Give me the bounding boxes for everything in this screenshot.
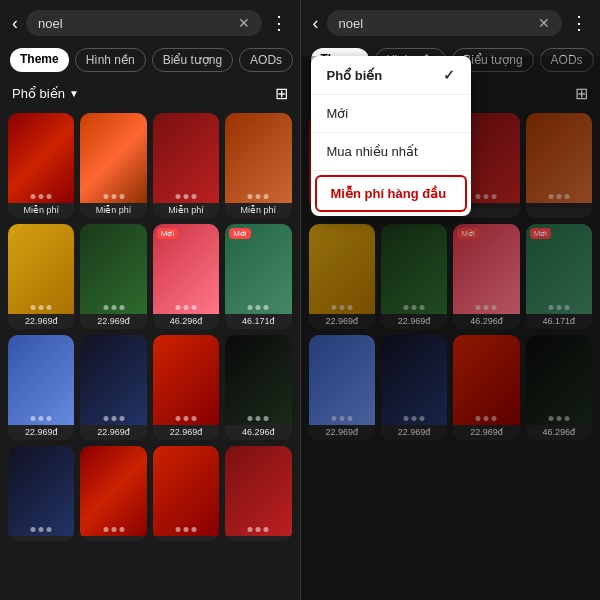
left-theme-item[interactable]: 46.296đ: [225, 335, 291, 440]
left-theme-price: Miễn phí: [80, 203, 146, 218]
left-more-button[interactable]: ⋮: [270, 12, 288, 34]
left-theme-item[interactable]: Miễn phí: [80, 113, 146, 218]
right-search-clear[interactable]: ✕: [538, 15, 550, 31]
right-search-query: noel: [339, 16, 364, 31]
dropdown-item-bestselling[interactable]: Mua nhiều nhất: [311, 133, 471, 171]
left-tab-aods[interactable]: AODs: [239, 48, 293, 72]
dropdown-item-label: Miễn phí hàng đầu: [331, 186, 447, 201]
left-theme-preview: [8, 335, 74, 425]
right-header: ‹ noel ✕ ⋮: [301, 0, 601, 42]
right-back-button[interactable]: ‹: [313, 13, 319, 34]
left-theme-item[interactable]: 22.969đ: [8, 335, 74, 440]
left-theme-item[interactable]: [153, 446, 219, 541]
left-theme-item[interactable]: [8, 446, 74, 541]
left-theme-preview: [80, 113, 146, 203]
left-theme-preview: [8, 113, 74, 203]
left-theme-preview: [80, 224, 146, 314]
left-panel: ‹ noel ✕ ⋮ Theme Hình nền Biểu tượng AOD…: [0, 0, 300, 600]
left-theme-preview: [80, 446, 146, 536]
left-tab-theme[interactable]: Theme: [10, 48, 69, 72]
left-theme-price: 46.296đ: [153, 314, 219, 329]
left-theme-price: 22.969đ: [80, 314, 146, 329]
left-grid-row-1: Miễn phí Miễn phí Miễn phí Miễn phí: [8, 113, 292, 218]
left-search-query: noel: [38, 16, 63, 31]
left-theme-preview: [153, 113, 219, 203]
left-theme-item[interactable]: Miễn phí: [8, 113, 74, 218]
left-theme-preview: [153, 446, 219, 536]
left-grid-view-icon[interactable]: ⊞: [275, 84, 288, 103]
left-theme-price: [8, 536, 74, 541]
left-theme-item[interactable]: Mới 46.171đ: [225, 224, 291, 329]
left-theme-preview: [80, 335, 146, 425]
left-tab-wallpaper[interactable]: Hình nền: [75, 48, 146, 72]
left-theme-preview: [225, 335, 291, 425]
left-search-bar: noel ✕: [26, 10, 262, 36]
left-tab-icons[interactable]: Biểu tượng: [152, 48, 233, 72]
left-theme-item[interactable]: 22.969đ: [80, 335, 146, 440]
left-theme-preview: [225, 113, 291, 203]
left-new-badge: Mới: [157, 228, 178, 239]
right-search-bar: noel ✕: [327, 10, 563, 36]
left-back-button[interactable]: ‹: [12, 13, 18, 34]
left-sort-bar: Phổ biến ▼ ⊞: [0, 80, 300, 109]
left-theme-price: 22.969đ: [8, 425, 74, 440]
left-theme-preview: [8, 446, 74, 536]
left-theme-item[interactable]: Miễn phí: [153, 113, 219, 218]
left-theme-item[interactable]: [225, 446, 291, 541]
left-theme-item[interactable]: 22.969đ: [153, 335, 219, 440]
left-theme-price: Miễn phí: [153, 203, 219, 218]
left-search-clear[interactable]: ✕: [238, 15, 250, 31]
left-theme-item[interactable]: 22.969đ: [8, 224, 74, 329]
left-theme-price: [153, 536, 219, 541]
dropdown-item-new[interactable]: Mới: [311, 95, 471, 133]
left-theme-item[interactable]: [80, 446, 146, 541]
dropdown-item-label: Mới: [327, 106, 349, 121]
left-sort-arrow-icon: ▼: [69, 88, 79, 99]
left-theme-price: [225, 536, 291, 541]
left-header: ‹ noel ✕ ⋮: [0, 0, 300, 42]
left-theme-price: Miễn phí: [8, 203, 74, 218]
left-content-grid: Miễn phí Miễn phí Miễn phí Miễn phí: [0, 109, 300, 600]
sort-dropdown-menu: Phổ biến ✓ Mới Mua nhiều nhất Miễn phí h…: [311, 56, 471, 216]
dropdown-item-popular[interactable]: Phổ biến ✓: [311, 56, 471, 95]
left-theme-price: 46.296đ: [225, 425, 291, 440]
dropdown-item-label: Mua nhiều nhất: [327, 144, 418, 159]
right-panel: ‹ noel ✕ ⋮ Theme Hình nền Biểu tượng AOD…: [301, 0, 601, 600]
dropdown-item-label: Phổ biến: [327, 68, 383, 83]
left-theme-preview: [8, 224, 74, 314]
left-sort-selector[interactable]: Phổ biến ▼: [12, 86, 79, 101]
left-new-badge: Mới: [229, 228, 250, 239]
left-theme-price: 46.171đ: [225, 314, 291, 329]
left-theme-preview: [225, 446, 291, 536]
dropdown-item-top-free[interactable]: Miễn phí hàng đầu: [315, 175, 467, 212]
left-grid-row-4: [8, 446, 292, 541]
right-more-button[interactable]: ⋮: [570, 12, 588, 34]
left-theme-price: 22.969đ: [153, 425, 219, 440]
left-theme-price: Miễn phí: [225, 203, 291, 218]
left-tabs: Theme Hình nền Biểu tượng AODs: [0, 42, 300, 80]
left-grid-row-2: 22.969đ 22.969đ Mới 46.296đ Mới: [8, 224, 292, 329]
left-sort-label-text: Phổ biến: [12, 86, 65, 101]
left-grid-row-3: 22.969đ 22.969đ 22.969đ 46.296đ: [8, 335, 292, 440]
check-icon: ✓: [443, 67, 455, 83]
left-theme-item[interactable]: Miễn phí: [225, 113, 291, 218]
left-theme-price: 22.969đ: [8, 314, 74, 329]
left-theme-price: [80, 536, 146, 541]
left-theme-price: 22.969đ: [80, 425, 146, 440]
left-theme-item[interactable]: Mới 46.296đ: [153, 224, 219, 329]
left-theme-item[interactable]: 22.969đ: [80, 224, 146, 329]
left-theme-preview: [153, 335, 219, 425]
